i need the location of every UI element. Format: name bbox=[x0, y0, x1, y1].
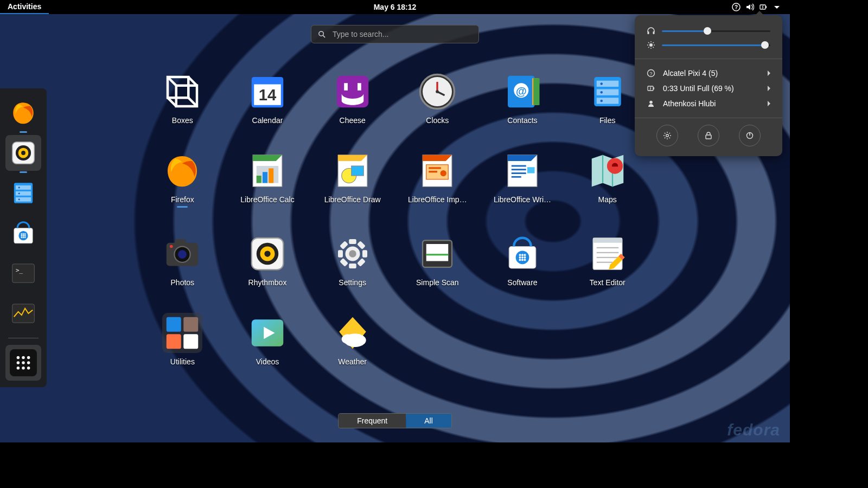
menu-row-batt[interactable]: 0:33 Until Full (69 %) bbox=[635, 81, 782, 96]
svg-rect-66 bbox=[596, 98, 618, 104]
menu-row-label: Alcatel Pixi 4 (5) bbox=[663, 69, 718, 78]
headphones-icon bbox=[647, 27, 655, 35]
svg-rect-109 bbox=[349, 239, 356, 244]
app-clocks[interactable]: Clocks bbox=[395, 72, 480, 125]
system-tray: ? bbox=[732, 3, 790, 11]
svg-rect-107 bbox=[338, 250, 343, 258]
dash-firefox[interactable] bbox=[5, 95, 41, 131]
svg-point-121 bbox=[524, 256, 526, 259]
fedora-watermark: fedora bbox=[727, 421, 780, 439]
help-icon[interactable]: ? bbox=[732, 3, 741, 11]
app-writer[interactable]: LibreOffice Wri… bbox=[480, 151, 565, 208]
chevron-right-icon bbox=[768, 101, 770, 106]
app-label: Settings bbox=[339, 278, 366, 287]
svg-rect-108 bbox=[340, 241, 348, 249]
dash: >_ bbox=[0, 88, 47, 387]
svg-point-69 bbox=[600, 100, 603, 102]
volume-icon[interactable] bbox=[745, 3, 754, 11]
svg-rect-51 bbox=[344, 83, 348, 91]
brightness-icon bbox=[647, 41, 655, 49]
app-label: LibreOffice Wri… bbox=[494, 195, 551, 204]
activities-button[interactable]: Activities bbox=[0, 0, 49, 14]
app-videos[interactable]: Videos bbox=[225, 313, 310, 366]
app-label: LibreOffice Calc bbox=[240, 195, 294, 204]
svg-rect-126 bbox=[593, 238, 622, 243]
menu-row-help[interactable]: ?Alcatel Pixi 4 (5) bbox=[635, 66, 782, 81]
app-weather[interactable]: Weather bbox=[310, 313, 395, 366]
battery-icon[interactable] bbox=[759, 3, 768, 11]
app-label: Photos bbox=[171, 278, 195, 287]
svg-line-148 bbox=[653, 42, 654, 43]
app-calendar[interactable]: 14Calendar bbox=[225, 72, 310, 125]
svg-point-17 bbox=[18, 198, 20, 200]
app-maps[interactable]: Maps bbox=[565, 151, 650, 208]
app-label: Utilities bbox=[170, 357, 195, 366]
dash-sysmon[interactable] bbox=[5, 296, 41, 331]
app-grid: Boxes14CalendarCheeseClocks@ContactsFile… bbox=[140, 72, 650, 366]
app-photos[interactable]: Photos bbox=[140, 234, 225, 287]
tab-frequent[interactable]: Frequent bbox=[339, 414, 406, 428]
svg-point-140 bbox=[649, 43, 653, 47]
volume-slider[interactable] bbox=[635, 24, 782, 38]
app-gedit[interactable]: Text Editor bbox=[565, 234, 650, 287]
app-calc[interactable]: LibreOffice Calc bbox=[225, 151, 310, 208]
search-icon bbox=[318, 30, 326, 38]
search-field[interactable] bbox=[311, 25, 479, 43]
app-software[interactable]: Software bbox=[480, 234, 565, 287]
svg-rect-31 bbox=[12, 304, 35, 323]
svg-rect-75 bbox=[269, 169, 273, 183]
svg-rect-74 bbox=[263, 172, 267, 183]
show-apps-button[interactable] bbox=[5, 345, 41, 381]
svg-line-44 bbox=[189, 77, 197, 86]
chevron-right-icon bbox=[768, 70, 770, 76]
svg-rect-65 bbox=[596, 89, 618, 95]
app-impress[interactable]: LibreOffice Imp… bbox=[395, 151, 480, 208]
svg-rect-131 bbox=[167, 317, 181, 332]
app-scan[interactable]: Simple Scan bbox=[395, 234, 480, 287]
power-button[interactable] bbox=[739, 125, 761, 146]
svg-rect-60 bbox=[533, 78, 539, 105]
app-settings[interactable]: Settings bbox=[310, 234, 395, 287]
menu-row-user[interactable]: Athenkosi Hlubi bbox=[635, 96, 782, 111]
help-icon: ? bbox=[647, 69, 655, 78]
app-contacts[interactable]: @Contacts bbox=[480, 72, 565, 125]
svg-point-67 bbox=[600, 82, 603, 85]
app-label: Simple Scan bbox=[416, 278, 459, 287]
svg-rect-155 bbox=[706, 135, 711, 139]
svg-rect-103 bbox=[362, 250, 367, 258]
batt-icon bbox=[647, 84, 655, 93]
app-draw[interactable]: LibreOffice Draw bbox=[310, 151, 395, 208]
app-rhythmbox[interactable]: Rhythmbox bbox=[225, 234, 310, 287]
svg-rect-81 bbox=[429, 167, 442, 169]
svg-text:?: ? bbox=[735, 4, 738, 10]
dash-rhythmbox[interactable] bbox=[5, 135, 41, 171]
dash-files[interactable] bbox=[5, 175, 41, 211]
svg-point-35 bbox=[17, 361, 20, 364]
lock-button[interactable] bbox=[698, 125, 719, 146]
app-label: Contacts bbox=[507, 116, 537, 125]
settings-button[interactable] bbox=[656, 125, 678, 146]
search-input[interactable] bbox=[331, 29, 472, 39]
tab-all[interactable]: All bbox=[406, 414, 451, 428]
app-label: Videos bbox=[256, 357, 279, 366]
dash-software[interactable] bbox=[5, 215, 41, 251]
app-cheese[interactable]: Cheese bbox=[310, 72, 395, 125]
system-menu-actions bbox=[635, 125, 782, 146]
svg-point-68 bbox=[600, 91, 603, 94]
brightness-slider[interactable] bbox=[635, 38, 782, 52]
svg-point-24 bbox=[23, 235, 24, 236]
app-utilities[interactable]: Utilities bbox=[140, 313, 225, 366]
svg-point-137 bbox=[341, 334, 354, 344]
svg-point-122 bbox=[519, 259, 521, 261]
svg-rect-64 bbox=[596, 81, 618, 87]
dash-terminal[interactable]: >_ bbox=[5, 255, 41, 291]
svg-rect-93 bbox=[175, 239, 186, 244]
chevron-down-icon[interactable] bbox=[773, 3, 781, 11]
app-firefox[interactable]: Firefox bbox=[140, 151, 225, 208]
user-icon bbox=[647, 99, 655, 108]
svg-text:>_: >_ bbox=[16, 267, 23, 274]
clock[interactable]: May 6 18:12 bbox=[374, 3, 417, 11]
app-boxes[interactable]: Boxes bbox=[140, 72, 225, 125]
svg-point-28 bbox=[24, 236, 26, 238]
system-menu: ?Alcatel Pixi 4 (5)0:33 Until Full (69 %… bbox=[635, 15, 782, 156]
